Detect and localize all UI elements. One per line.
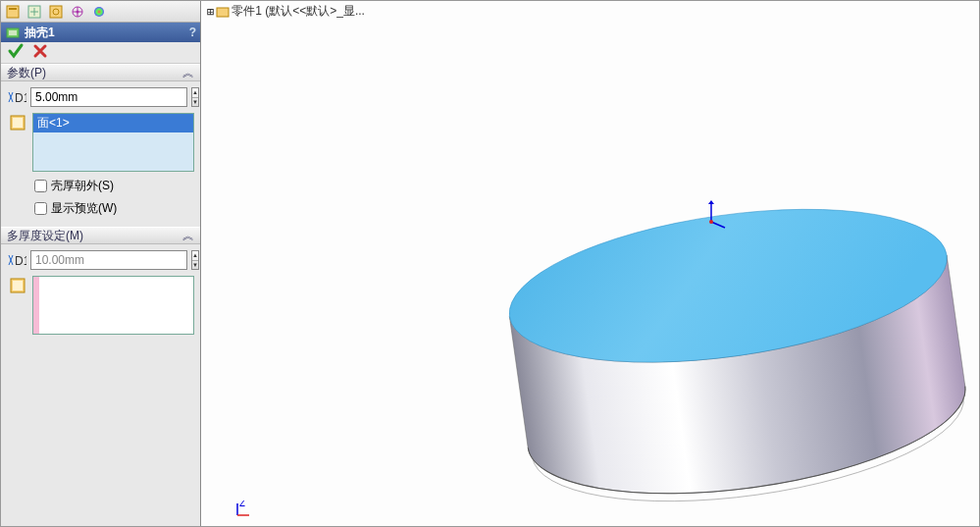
svg-point-19 — [709, 220, 713, 224]
face-select-icon — [7, 113, 28, 132]
view-orientation-triad-icon: z — [234, 501, 252, 518]
thickness-spinner[interactable]: ▲ ▼ — [191, 87, 199, 107]
model-view[interactable] — [201, 1, 979, 526]
dimension-d1-icon: D1 — [7, 250, 26, 270]
tab-configuration-icon[interactable] — [46, 3, 66, 21]
tab-property-manager-icon[interactable] — [25, 3, 44, 21]
property-scroll-area: 参数(P) ︽ D1 ▲ ▼ 面<1> — [1, 64, 200, 526]
svg-rect-3 — [50, 6, 62, 18]
ok-button[interactable] — [7, 42, 25, 63]
panel-tab-toolbar — [1, 1, 200, 23]
checkbox-label: 壳厚朝外(S) — [51, 178, 114, 194]
chevron-up-icon: ︽ — [182, 228, 194, 244]
svg-rect-0 — [7, 6, 19, 18]
dimension-d1-icon: D1 — [7, 87, 26, 107]
group-body-multi: D1 ▲ ▼ — [1, 244, 200, 344]
checkbox-label: 显示预览(W) — [51, 200, 117, 217]
cancel-button[interactable] — [32, 43, 48, 62]
tab-feature-tree-icon[interactable] — [3, 3, 23, 21]
list-item[interactable]: 面<1> — [33, 114, 193, 132]
chevron-up-icon: ︽ — [182, 65, 194, 81]
svg-text:D1: D1 — [15, 254, 26, 268]
shell-feature-icon — [5, 25, 21, 40]
svg-rect-9 — [9, 30, 17, 35]
thickness-input[interactable] — [30, 87, 187, 107]
tab-dimxpert-icon[interactable] — [68, 3, 87, 21]
faces-to-remove-row: 面<1> — [7, 113, 194, 172]
group-body-params: D1 ▲ ▼ 面<1> 壳厚朝外(S) — [1, 81, 200, 227]
svg-text:D1: D1 — [15, 91, 26, 105]
group-label: 多厚度设定(M) — [7, 228, 83, 244]
face-select-icon — [7, 276, 28, 295]
shell-outward-checkbox-row[interactable]: 壳厚朝外(S) — [7, 178, 194, 194]
multi-thickness-input[interactable] — [30, 250, 187, 270]
spin-up-icon[interactable]: ▲ — [192, 88, 198, 98]
feature-title: 抽壳1 — [25, 25, 55, 41]
svg-point-7 — [94, 7, 104, 17]
svg-rect-12 — [13, 118, 23, 128]
spin-down-icon[interactable]: ▼ — [192, 98, 198, 107]
multi-faces-row — [7, 276, 194, 335]
svg-rect-1 — [9, 8, 17, 10]
show-preview-checkbox[interactable] — [34, 202, 47, 215]
group-label: 参数(P) — [7, 65, 46, 81]
help-button[interactable]: ? — [189, 26, 196, 39]
svg-rect-15 — [13, 281, 23, 290]
tab-appearance-icon[interactable] — [89, 3, 109, 21]
spin-down-icon[interactable]: ▼ — [192, 261, 198, 270]
multi-thickness-row: D1 ▲ ▼ — [7, 250, 194, 270]
shell-outward-checkbox[interactable] — [34, 180, 47, 192]
thickness-row: D1 ▲ ▼ — [7, 87, 194, 107]
feature-title-bar: 抽壳1 ? — [1, 23, 200, 42]
confirm-row — [1, 42, 200, 64]
group-header-multi[interactable]: 多厚度设定(M) ︽ — [1, 227, 200, 244]
show-preview-checkbox-row[interactable]: 显示预览(W) — [7, 200, 194, 217]
faces-listbox[interactable]: 面<1> — [32, 113, 194, 172]
property-manager-panel: 抽壳1 ? 参数(P) ︽ D1 ▲ ▼ — [1, 1, 201, 526]
spin-up-icon[interactable]: ▲ — [192, 251, 198, 261]
multi-faces-listbox[interactable] — [32, 276, 194, 335]
multi-thickness-spinner[interactable]: ▲ ▼ — [191, 250, 199, 270]
svg-text:z: z — [239, 501, 245, 509]
group-header-params[interactable]: 参数(P) ︽ — [1, 64, 200, 81]
graphics-area[interactable]: ⊞ 零件1 (默认<<默认>_显... — [201, 1, 979, 526]
